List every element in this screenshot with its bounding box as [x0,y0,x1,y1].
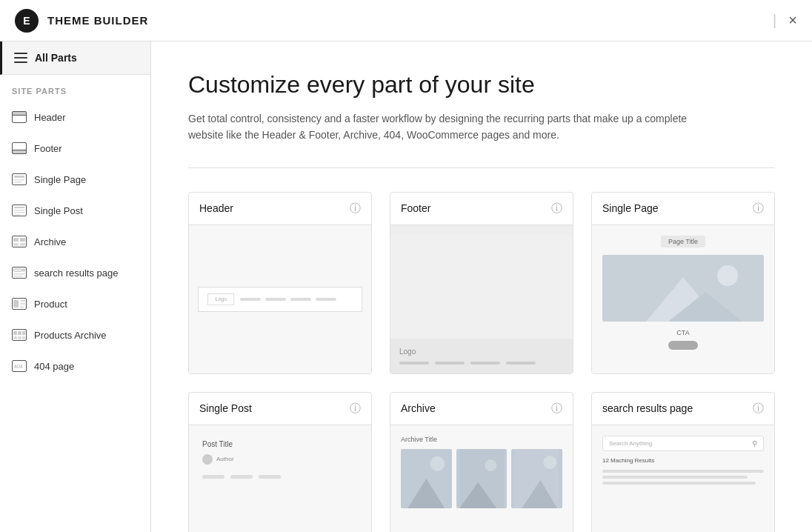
sidebar-archive-label: Archive [34,236,66,247]
sidebar-item-all-parts[interactable]: All Parts [0,41,150,75]
card-single-page-preview[interactable]: Page Title CTA [592,225,774,373]
sidebar-item-single-post[interactable]: Single Post [0,195,150,226]
top-bar-left: E THEME BUILDER [15,9,148,33]
svg-rect-20 [20,243,25,246]
sidebar-section-label: SITE PARTS [0,75,150,102]
sidebar-item-search-results[interactable]: search results page [0,257,150,288]
cta-button-preview [668,341,698,350]
search-placeholder-text: Search Anything [609,440,748,447]
svg-rect-14 [14,212,24,213]
close-button[interactable]: × [788,12,797,29]
svg-point-43 [717,265,738,286]
card-single-post-info-icon[interactable]: ⓘ [350,402,361,416]
page-description: Get total control, consistency and a fas… [188,110,707,144]
card-single-page-title: Single Page [602,202,659,214]
svg-rect-33 [18,331,21,335]
card-single-post-preview[interactable]: Post Title Author [189,425,371,532]
sidebar-single-post-label: Single Post [34,205,83,216]
mountain-svg [602,255,764,322]
search-icon: ⚲ [752,439,757,448]
products-archive-icon [12,327,27,342]
card-footer-preview[interactable]: Logo [390,225,573,373]
svg-rect-10 [14,182,21,183]
footer-lines [399,362,564,365]
footer-preview-area: Logo [390,339,573,373]
svg-rect-18 [20,238,25,242]
cards-grid: Header ⓘ Logo [188,192,775,532]
svg-rect-0 [14,53,27,54]
svg-rect-12 [14,207,24,208]
archive-title-text: Archive Title [401,436,437,443]
sidebar-item-single-page[interactable]: Single Page [0,164,150,195]
svg-text:404: 404 [14,364,23,369]
card-footer-bar: Footer ⓘ [390,193,573,225]
card-single-post-bar: Single Post ⓘ [189,393,371,425]
svg-rect-25 [13,276,22,277]
card-header-bar: Header ⓘ [189,193,371,225]
svg-rect-1 [14,57,27,59]
search-results-icon [12,265,27,280]
card-archive-info-icon[interactable]: ⓘ [551,402,562,416]
content-area: Customize every part of your site Get to… [151,41,812,532]
nav-item-4 [316,298,336,301]
sidebar-header-label: Header [34,112,66,123]
archive-img-1 [401,449,452,508]
post-content-lines [202,475,281,479]
post-author-row: Author [202,454,234,465]
card-header-preview[interactable]: Logo [189,225,371,373]
svg-rect-15 [14,214,20,216]
sidebar-item-product[interactable]: Product [0,288,150,319]
svg-rect-29 [20,303,25,305]
svg-point-46 [430,456,445,471]
preview-nav [240,298,352,301]
top-bar-divider: | [773,12,776,29]
card-archive-title: Archive [401,402,436,414]
single-post-icon [12,203,27,218]
card-header-info-icon[interactable]: ⓘ [350,202,361,216]
sidebar-item-products-archive[interactable]: Products Archive [0,319,150,350]
card-footer-info-icon[interactable]: ⓘ [551,202,562,216]
sidebar-item-archive[interactable]: Archive [0,226,150,257]
nav-item-2 [265,298,286,301]
svg-rect-27 [13,300,19,307]
sidebar: All Parts SITE PARTS Header Footer [0,41,151,532]
archive-img-2 [456,449,508,508]
results-count: 12 Maching Results [602,457,654,464]
svg-rect-34 [22,331,25,335]
svg-rect-28 [20,300,25,302]
header-preview-bar: Logo [198,287,362,312]
single-page-icon [12,172,27,187]
svg-point-52 [544,456,557,469]
search-result-lines [602,470,764,485]
sidebar-single-page-label: Single Page [34,174,86,185]
sidebar-item-404[interactable]: 404 404 page [0,350,150,382]
card-archive-preview[interactable]: Archive Title [390,425,573,532]
svg-rect-37 [22,336,25,339]
top-bar: E THEME BUILDER | × [0,0,812,41]
all-parts-icon [14,53,27,63]
card-search-results-preview[interactable]: Search Anything ⚲ 12 Maching Results [592,425,774,532]
card-search-results-info-icon[interactable]: ⓘ [753,402,764,416]
sidebar-item-footer[interactable]: Footer [0,133,150,164]
card-single-page-info-icon[interactable]: ⓘ [753,202,764,216]
author-avatar [202,454,213,465]
svg-rect-35 [13,336,17,339]
footer-body-area [390,235,573,339]
svg-rect-22 [13,269,22,271]
card-single-post-title: Single Post [199,402,252,414]
cta-label: CTA [676,329,689,336]
svg-rect-24 [13,273,25,275]
main-layout: All Parts SITE PARTS Header Footer [0,41,812,532]
sidebar-item-header[interactable]: Header [0,102,150,133]
app-title: THEME BUILDER [47,14,148,27]
header-icon [12,110,27,124]
sidebar-search-results-label: search results page [34,267,118,279]
svg-rect-13 [14,210,24,211]
card-footer: Footer ⓘ Logo [390,192,573,374]
footer-icon [12,141,27,156]
archive-img-3 [511,449,562,508]
search-bar: Search Anything ⚲ [602,436,764,451]
sidebar-all-parts-label: All Parts [35,52,77,64]
svg-rect-30 [20,306,24,307]
card-header-title: Header [199,202,233,214]
